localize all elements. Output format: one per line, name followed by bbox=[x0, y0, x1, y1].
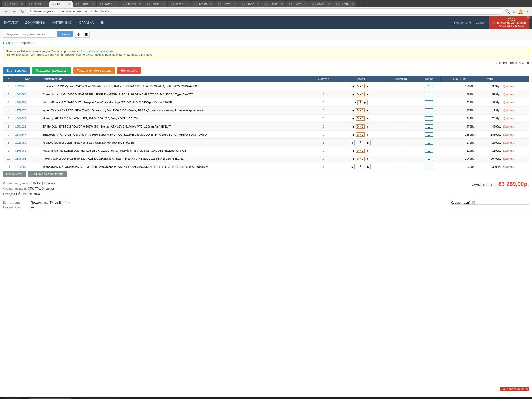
delete-link-0[interactable]: Удалить bbox=[503, 85, 514, 88]
search-icon[interactable]: 🔍 bbox=[505, 9, 510, 14]
qty-input-9[interactable] bbox=[425, 157, 433, 161]
tab-close-6[interactable]: ✕ bbox=[139, 3, 141, 5]
code-link-5[interactable]: 1251023 bbox=[15, 125, 26, 128]
help-icon[interactable]: ⓘ bbox=[33, 41, 36, 44]
reserve-prev-6[interactable]: ◀ bbox=[351, 132, 355, 137]
reserve-next-8[interactable]: ▶ bbox=[365, 148, 370, 153]
basket-close-icon[interactable]: ✕ bbox=[526, 16, 530, 19]
soft-reserve-button[interactable]: Товар в мягком резерве bbox=[73, 67, 115, 74]
reserve-prev-5[interactable]: ◀ bbox=[351, 124, 355, 129]
tab-close-13[interactable]: ✕ bbox=[304, 3, 307, 5]
tab-11[interactable]: ❮❯ Внутр ✕ bbox=[238, 1, 262, 7]
tab-3[interactable]: ❮❯ Ко ✕ bbox=[49, 1, 73, 7]
forward-button[interactable]: → bbox=[11, 9, 18, 14]
reserve-next-3[interactable]: ▶ bbox=[365, 108, 370, 113]
comment-textarea[interactable] bbox=[451, 204, 529, 215]
reserve-prev-0[interactable]: ◀ bbox=[351, 84, 355, 89]
reserve-next-6[interactable]: ▶ bbox=[365, 132, 370, 137]
qty-input-2[interactable] bbox=[425, 100, 433, 104]
tab-12[interactable]: ❮❯ Катал ✕ bbox=[262, 1, 285, 7]
delete-link-1[interactable]: Удалить bbox=[503, 93, 514, 96]
reserve-next-5[interactable]: ▶ bbox=[365, 124, 370, 129]
tab-10[interactable]: ❮❯ Внутр ✕ bbox=[215, 1, 238, 7]
tab-9[interactable]: ❮❯ Катал ✕ bbox=[191, 1, 215, 7]
qr-scan-button[interactable]: ⊞ bbox=[83, 31, 90, 38]
reserve-next-2[interactable]: ▶ bbox=[363, 100, 368, 105]
no-payment-button[interactable]: Нет оплаты bbox=[117, 67, 141, 74]
tab-close-10[interactable]: ✕ bbox=[234, 3, 236, 5]
reserve-next-10[interactable]: ▶ bbox=[366, 164, 371, 169]
tab-7[interactable]: ❮❯ Расхо ✕ bbox=[144, 1, 167, 7]
comment-icon[interactable]: 📋 bbox=[471, 201, 475, 204]
code-link-0[interactable]: 1228140 bbox=[15, 85, 26, 88]
tab-close-12[interactable]: ✕ bbox=[281, 3, 283, 5]
tab-close-3[interactable]: ✕ bbox=[68, 3, 70, 5]
reserve-next-7[interactable]: ▶ bbox=[366, 140, 371, 145]
qty-input-10[interactable] bbox=[425, 165, 433, 169]
nav-help[interactable]: СПРАВКА bbox=[78, 19, 95, 26]
search-input[interactable] bbox=[3, 31, 55, 38]
reserve-prev-4[interactable]: ◀ bbox=[351, 116, 355, 121]
avail-other-button[interactable]: Наличие по другим фил. bbox=[28, 171, 67, 177]
recalculate-button[interactable]: Пересчитать bbox=[3, 171, 26, 177]
menu-icon[interactable]: ⋮ bbox=[525, 9, 529, 14]
code-link-8[interactable]: 8105962 bbox=[15, 149, 26, 152]
qty-input-8[interactable] bbox=[425, 149, 433, 153]
reserve-next-9[interactable]: ▶ bbox=[365, 156, 370, 161]
qty-input-4[interactable] bbox=[425, 116, 433, 121]
delete-link-5[interactable]: Удалить bbox=[503, 125, 514, 128]
delete-link-3[interactable]: Удалить bbox=[503, 109, 514, 112]
tab-close-4[interactable]: ✕ bbox=[92, 3, 94, 5]
reserve-next-1[interactable]: ▶ bbox=[365, 92, 370, 97]
code-link-9[interactable]: 1388091 bbox=[15, 157, 26, 160]
code-link-7[interactable]: 1228059 bbox=[15, 141, 26, 144]
delete-link-4[interactable]: Удалить bbox=[503, 117, 514, 120]
reload-button[interactable]: ↻ bbox=[19, 9, 25, 15]
delete-link-6[interactable]: Удалить bbox=[503, 133, 514, 136]
reserve-next-4[interactable]: ▶ bbox=[365, 116, 370, 121]
alert-link[interactable]: Смотреть условия акции bbox=[81, 50, 113, 53]
tab-close-9[interactable]: ✕ bbox=[210, 3, 212, 5]
tab-close-11[interactable]: ✕ bbox=[257, 3, 259, 5]
qty-input-0[interactable] bbox=[425, 84, 433, 88]
expense-invoice-button[interactable]: Расходная накладная bbox=[32, 67, 71, 74]
basket-button[interactable]: 🛒 17:31 В корзине 11 товаров Сумма:83 28… bbox=[489, 16, 529, 29]
reserve-next-0[interactable]: ▶ bbox=[365, 84, 370, 89]
new-tab-button[interactable]: + bbox=[357, 1, 364, 7]
reserve-prev-7[interactable]: ◀ bbox=[350, 140, 355, 145]
tab-close-7[interactable]: ✕ bbox=[163, 3, 165, 5]
delete-link-9[interactable]: Удалить bbox=[503, 157, 514, 160]
nav-hamburger[interactable]: ☰ bbox=[100, 19, 105, 26]
buyer-checkbox[interactable] bbox=[37, 206, 40, 209]
qty-input-3[interactable] bbox=[425, 108, 433, 112]
delete-link-8[interactable]: Удалить bbox=[503, 149, 514, 152]
tab-close-8[interactable]: ✕ bbox=[186, 3, 188, 5]
code-link-1[interactable]: 1343480 bbox=[15, 93, 26, 96]
tab-close-5[interactable]: ✕ bbox=[115, 3, 117, 5]
tab-1[interactable]: ❮❯ Журн ✕ bbox=[2, 1, 25, 7]
address-bar[interactable]: ℹ Не защищено | msk.sale.partner.ru/cons… bbox=[27, 8, 503, 15]
code-link-6[interactable]: 1380647 bbox=[15, 133, 26, 136]
qty-input-5[interactable] bbox=[425, 124, 433, 129]
delete-link-7[interactable]: Удалить bbox=[503, 141, 514, 144]
tab-6[interactable]: ❮❯ Внутр ✕ bbox=[120, 1, 144, 7]
code-link-3[interactable]: 1179670 bbox=[15, 109, 26, 112]
messages-bubble[interactable]: 2323 сообщения ✕ bbox=[500, 387, 529, 391]
reserve-prev-10[interactable]: ◀ bbox=[350, 164, 355, 169]
tab-2[interactable]: ❮❯ Журн ✕ bbox=[26, 1, 49, 7]
back-button[interactable]: ← bbox=[3, 9, 9, 14]
code-link-4[interactable]: 1346447 bbox=[15, 117, 26, 120]
nav-catalog[interactable]: КАТАЛОГ bbox=[3, 19, 19, 26]
tab-close-1[interactable]: ✕ bbox=[21, 3, 23, 5]
reserve-prev-9[interactable]: ◀ bbox=[351, 156, 355, 161]
qty-input-7[interactable] bbox=[425, 141, 433, 145]
tab-4[interactable]: ❮❯ Катал ✕ bbox=[73, 1, 96, 7]
barcode-scan-button[interactable]: ⊙ bbox=[75, 31, 82, 38]
reserve-prev-2[interactable]: ◀ bbox=[353, 100, 358, 105]
search-button[interactable]: Поиск bbox=[57, 31, 73, 37]
tab-5[interactable]: ❮❯ Катал ✕ bbox=[97, 1, 120, 7]
messages-close-icon[interactable]: ✕ bbox=[526, 387, 528, 390]
reserve-prev-1[interactable]: ◀ bbox=[351, 92, 355, 97]
contractor-edit-icon[interactable]: ✏ bbox=[68, 201, 70, 204]
tab-14[interactable]: ❮❯ Движ ✕ bbox=[309, 1, 333, 7]
